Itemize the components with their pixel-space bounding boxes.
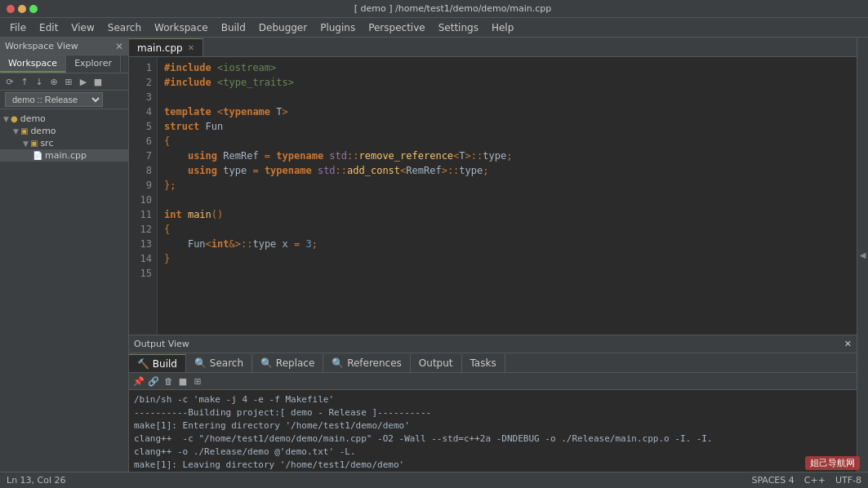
close-window-btn[interactable] [7, 5, 15, 13]
output-tabs: 🔨 Build 🔍 Search 🔍 Replace 🔍 References … [129, 353, 857, 373]
workspace-view-title: Workspace View [5, 41, 78, 51]
code-editor[interactable]: #include <iostream> #include <type_trait… [158, 57, 857, 335]
tree-label: demo [20, 113, 46, 124]
output-tab-replace[interactable]: 🔍 Replace [252, 354, 323, 372]
tab-icon: 🔨 [137, 358, 149, 370]
menu-view[interactable]: View [65, 20, 100, 35]
copy-btn[interactable]: ⊞ [62, 75, 75, 88]
output-tab-references[interactable]: 🔍 References [323, 354, 411, 372]
menu-search[interactable]: Search [101, 20, 148, 35]
watermark: 姐己导航网 [805, 456, 860, 470]
menu-help[interactable]: Help [485, 20, 520, 35]
collapse-arrow-icon: ◀ [858, 251, 867, 260]
tree-label: main.cpp [45, 150, 87, 161]
folder-icon: ▣ [30, 139, 38, 148]
tree-item-demo-folder[interactable]: ▼ ▣ demo [0, 125, 128, 137]
editor-tabs: main.cpp ✕ [129, 38, 857, 57]
workspace-view-close[interactable]: ✕ [115, 41, 123, 52]
run-btn[interactable]: ▶ [77, 75, 90, 88]
folder-icon: ▣ [20, 126, 28, 135]
output-tab-build[interactable]: 🔨 Build [129, 354, 186, 372]
right-area: main.cpp ✕ 1 2 3 4 5 6 7 8 9 10 11 12 13… [129, 38, 857, 472]
menu-bar: File Edit View Search Workspace Build De… [0, 18, 868, 38]
build-config-select[interactable]: demo :: Releasedemo :: Debug [5, 92, 103, 107]
menu-perspective[interactable]: Perspective [362, 20, 432, 35]
file-tree: ▼ ● demo ▼ ▣ demo ▼ ▣ src 📄 main.cpp [0, 109, 128, 472]
editor-tab-main-cpp[interactable]: main.cpp ✕ [129, 38, 203, 56]
output-view-title: Output View [134, 339, 189, 349]
editor-area[interactable]: 1 2 3 4 5 6 7 8 9 10 11 12 13 14 15 #inc… [129, 57, 857, 335]
replace-icon: 🔍 [260, 357, 273, 369]
maximize-window-btn[interactable] [29, 5, 38, 13]
menu-settings[interactable]: Settings [432, 20, 485, 35]
down-btn[interactable]: ↓ [33, 75, 46, 88]
search-icon: 🔍 [194, 357, 207, 369]
left-panel-tabs: Workspace Explorer [0, 55, 128, 73]
menu-workspace[interactable]: Workspace [148, 20, 215, 35]
clear-btn[interactable]: 🗑 [162, 375, 175, 388]
left-toolbar: ⟳ ↑ ↓ ⊕ ⊞ ▶ ■ [0, 73, 128, 91]
stop-output-btn[interactable]: ■ [176, 375, 189, 388]
workspace-view-header: Workspace View ✕ [0, 38, 128, 55]
stop-btn[interactable]: ■ [91, 75, 105, 88]
output-tab-search[interactable]: 🔍 Search [186, 354, 252, 372]
editor-tab-label: main.cpp [137, 42, 183, 54]
editor-tab-close[interactable]: ✕ [188, 43, 194, 52]
output-tab-output[interactable]: Output [411, 354, 462, 372]
spacing-mode: SPACES 4 [751, 475, 794, 486]
output-content[interactable]: /bin/sh -c 'make -j 4 -e -f Makefile' --… [129, 390, 857, 472]
folder-icon: ● [11, 114, 18, 123]
status-right: SPACES 4 C++ UTF-8 [751, 475, 861, 486]
encoding-mode: UTF-8 [835, 475, 861, 486]
line-numbers: 1 2 3 4 5 6 7 8 9 10 11 12 13 14 15 [129, 57, 158, 335]
up-btn[interactable]: ↑ [18, 75, 31, 88]
collapsed-panel[interactable]: ◀ [857, 38, 868, 472]
output-view-header: Output View ✕ [129, 335, 857, 353]
window-title: [ demo ] /home/test1/demo/demo/main.cpp [44, 3, 861, 14]
menu-plugins[interactable]: Plugins [314, 20, 362, 35]
language-mode: C++ [804, 475, 826, 486]
status-bar: Ln 13, Col 26 姐己导航网 SPACES 4 C++ UTF-8 [0, 472, 868, 488]
expand-icon: ▼ [13, 127, 19, 135]
output-tab-tasks[interactable]: Tasks [462, 354, 505, 372]
build-selector: demo :: Releasedemo :: Debug [0, 91, 128, 109]
expand-icon: ▼ [23, 140, 29, 148]
minimize-window-btn[interactable] [18, 5, 26, 13]
copy-output-btn[interactable]: ⊞ [191, 375, 204, 388]
pin-btn[interactable]: 📌 [132, 375, 145, 388]
menu-debugger[interactable]: Debugger [252, 20, 314, 35]
tree-item-demo-root[interactable]: ▼ ● demo [0, 113, 128, 125]
output-view: Output View ✕ 🔨 Build 🔍 Search 🔍 Replace… [129, 335, 857, 472]
window-controls [7, 5, 38, 13]
output-view-close[interactable]: ✕ [844, 339, 852, 349]
status-left: Ln 13, Col 26 [7, 475, 66, 486]
refresh-btn[interactable]: ⟳ [3, 75, 16, 88]
file-icon: 📄 [33, 151, 42, 160]
menu-file[interactable]: File [3, 20, 33, 35]
menu-build[interactable]: Build [215, 20, 252, 35]
tree-item-main-cpp[interactable]: 📄 main.cpp [0, 149, 128, 162]
tree-item-src[interactable]: ▼ ▣ src [0, 137, 128, 149]
menu-edit[interactable]: Edit [33, 20, 65, 35]
tab-explorer[interactable]: Explorer [66, 55, 121, 73]
tree-label: demo [30, 126, 56, 136]
tab-workspace[interactable]: Workspace [0, 55, 66, 73]
link-btn[interactable]: 🔗 [147, 375, 160, 388]
title-bar: [ demo ] /home/test1/demo/demo/main.cpp [0, 0, 868, 18]
add-btn[interactable]: ⊕ [47, 75, 60, 88]
expand-icon: ▼ [3, 115, 9, 123]
cursor-position: Ln 13, Col 26 [7, 475, 66, 486]
left-panel: Workspace View ✕ Workspace Explorer ⟳ ↑ … [0, 38, 129, 472]
output-toolbar: 📌 🔗 🗑 ■ ⊞ [129, 373, 857, 390]
references-icon: 🔍 [332, 357, 344, 369]
main-area: Workspace View ✕ Workspace Explorer ⟳ ↑ … [0, 38, 868, 472]
tree-label: src [40, 138, 53, 149]
